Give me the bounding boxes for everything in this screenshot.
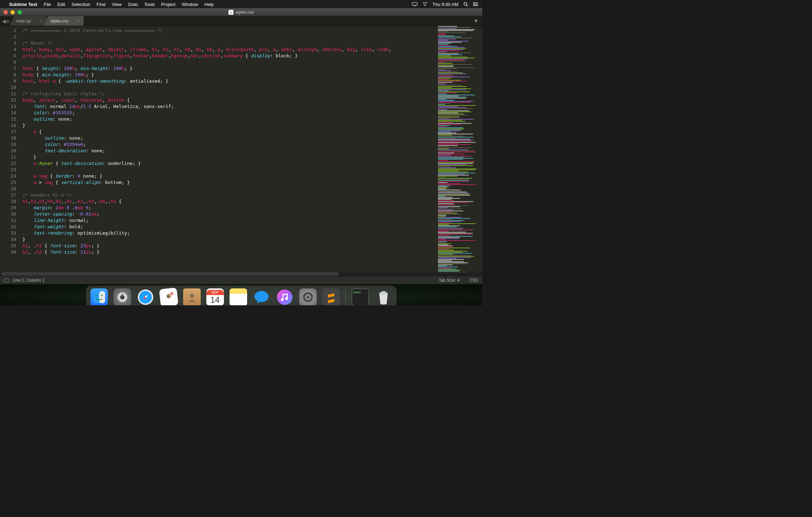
- menubar-clock[interactable]: Thu 9:00 AM: [432, 2, 458, 7]
- tab-bar: ◀ ▶ main.tpl × styles.css × ▼: [0, 16, 482, 26]
- dock-mail-icon[interactable]: ✉: [159, 288, 178, 305]
- svg-line-3: [466, 5, 468, 6]
- tab-close-icon[interactable]: ×: [39, 18, 42, 24]
- macos-menubar: Sublime Text File Edit Selection Find Vi…: [0, 0, 482, 8]
- cursor-position[interactable]: Line 1, Column 1: [13, 278, 45, 283]
- tab-label: styles.css: [50, 19, 69, 24]
- menu-find[interactable]: Find: [97, 2, 105, 7]
- window-titlebar: {} styles.css: [0, 8, 482, 16]
- panel-switcher-icon[interactable]: [4, 279, 9, 282]
- menu-edit[interactable]: Edit: [57, 2, 65, 7]
- menu-file[interactable]: File: [44, 2, 51, 7]
- menu-help[interactable]: Help: [204, 2, 214, 7]
- line-number-gutter: 1234567891011121314151617181920212223242…: [0, 26, 20, 272]
- menu-view[interactable]: View: [112, 2, 122, 7]
- dock-separator: [346, 289, 346, 305]
- dock-contacts-icon[interactable]: [183, 288, 201, 305]
- svg-point-12: [96, 295, 97, 296]
- svg-point-8: [473, 4, 475, 5]
- dock-itunes-icon[interactable]: [276, 288, 294, 305]
- svg-rect-0: [412, 2, 417, 5]
- code-area[interactable]: /* =========== © 2016 Centroarts.com ===…: [20, 26, 437, 272]
- dock-finder-icon[interactable]: [90, 288, 108, 305]
- app-name-menu[interactable]: Sublime Text: [9, 2, 37, 7]
- file-type-icon: {}: [228, 10, 233, 15]
- svg-point-23: [254, 291, 269, 302]
- status-bar: Line 1, Column 1 Tab Size: 4 CSS: [0, 276, 482, 284]
- svg-point-24: [277, 289, 292, 305]
- dock-calendar-icon[interactable]: SEP 14: [206, 288, 224, 305]
- menu-project[interactable]: Project: [161, 2, 175, 7]
- calendar-month-label: SEP: [206, 290, 224, 295]
- terminal-label: exec: [354, 291, 361, 294]
- history-forward-icon[interactable]: ▶: [7, 18, 11, 24]
- window-title: styles.css: [236, 10, 254, 15]
- dock-notes-icon[interactable]: [230, 288, 247, 305]
- spotlight-icon[interactable]: [463, 2, 468, 7]
- menu-selection[interactable]: Selection: [71, 2, 90, 7]
- svg-point-26: [285, 297, 288, 300]
- window-minimize-button[interactable]: [11, 10, 15, 14]
- svg-point-29: [307, 296, 309, 298]
- svg-rect-11: [99, 291, 105, 303]
- svg-point-13: [101, 295, 103, 296]
- calendar-day-label: 14: [210, 295, 220, 305]
- menu-goto[interactable]: Goto: [128, 2, 138, 7]
- dock-safari-icon[interactable]: [137, 288, 154, 305]
- menu-window[interactable]: Window: [182, 2, 198, 7]
- desktop: ✉ SEP 14 exec: [0, 284, 482, 305]
- horizontal-scrollbar[interactable]: [0, 272, 482, 276]
- notification-center-icon[interactable]: [473, 2, 478, 6]
- dock: ✉ SEP 14 exec: [86, 286, 397, 305]
- tab-main-tpl[interactable]: main.tpl ×: [10, 16, 47, 26]
- tab-label: main.tpl: [16, 19, 31, 24]
- minimap[interactable]: [437, 26, 482, 272]
- dock-terminal-icon[interactable]: exec: [352, 288, 369, 305]
- svg-point-25: [281, 298, 284, 301]
- history-back-icon[interactable]: ◀: [2, 18, 6, 24]
- svg-point-2: [464, 2, 467, 5]
- dock-launchpad-icon[interactable]: [114, 288, 131, 305]
- editor: 1234567891011121314151617181920212223242…: [0, 26, 482, 272]
- dock-trash-icon[interactable]: [375, 288, 392, 305]
- svg-point-9: [473, 5, 475, 6]
- dock-settings-icon[interactable]: [299, 288, 317, 305]
- window-close-button[interactable]: [4, 10, 8, 14]
- tab-size-selector[interactable]: Tab Size: 4: [439, 278, 459, 283]
- menu-tools[interactable]: Tools: [144, 2, 155, 7]
- tab-close-icon[interactable]: ×: [77, 18, 80, 24]
- window-zoom-button[interactable]: [18, 10, 22, 14]
- tab-overflow-icon[interactable]: ▼: [470, 16, 482, 26]
- window-controls: [4, 10, 22, 14]
- svg-point-7: [473, 2, 475, 4]
- syntax-selector[interactable]: CSS: [469, 278, 478, 283]
- dock-sublime-icon[interactable]: [322, 288, 340, 305]
- script-menu-icon[interactable]: [423, 2, 427, 7]
- svg-rect-35: [381, 291, 386, 293]
- svg-text:✉: ✉: [171, 293, 173, 295]
- tab-styles-css[interactable]: styles.css ×: [44, 16, 84, 26]
- svg-point-22: [190, 294, 194, 298]
- svg-rect-1: [414, 6, 416, 6]
- dock-messages-icon[interactable]: [253, 288, 270, 305]
- display-icon[interactable]: [412, 2, 418, 6]
